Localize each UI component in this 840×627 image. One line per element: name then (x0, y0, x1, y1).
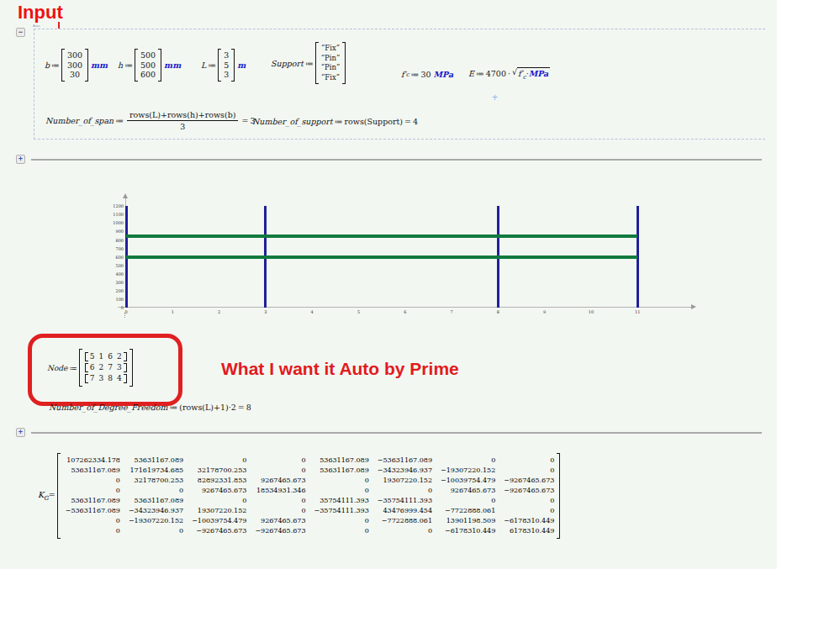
radicand: f′c·MPa (517, 67, 550, 81)
unit-label: MPa (431, 70, 454, 79)
x-tick-label: 11 (629, 309, 646, 314)
assign-operator: ≔ (50, 61, 61, 70)
matrix-cell: 3 (117, 363, 122, 372)
kg-definition[interactable]: KG= 107262334.17853631167.0890053631167.… (38, 453, 560, 539)
assign-operator: ≔ (167, 403, 179, 412)
matrix-row: 009267465.67318534931.346009267465.673−9… (63, 486, 555, 496)
x-axis-arrow-icon (691, 304, 696, 309)
e-definition[interactable]: E≔ 4700· √f′c·MPa (468, 67, 550, 81)
value: 30 (420, 70, 431, 79)
beam-line (126, 256, 637, 259)
matrix-cell: 0 (63, 476, 120, 486)
matrix-row: 300 (67, 61, 82, 71)
matrix-cell: 6178310.449 (495, 526, 554, 536)
area-expand-button-2[interactable]: + (16, 428, 25, 437)
area-collapse-button[interactable]: − (16, 28, 25, 37)
degree-of-freedom-definition[interactable]: Number_of_Degree_Freedom≔ (rows(L)+1)·2 … (49, 403, 251, 412)
number-of-support-definition[interactable]: Number_of_support≔ rows(Support) =4 (252, 117, 418, 126)
matrix-cell: −35754111.393 (306, 506, 369, 516)
matrix-cell: 0 (63, 516, 120, 526)
matrix-cell: 9267465.673 (246, 516, 305, 526)
matrix-cell: 0 (306, 486, 369, 496)
matrix-row: “Fix” (321, 73, 341, 83)
result: 8 (246, 403, 251, 412)
matrix-cell: 53631167.089 (63, 466, 120, 476)
y-tick-label: 1100 (99, 212, 124, 217)
matrix-row: “Fix” (321, 44, 341, 54)
y-tick-label: 600 (99, 255, 124, 260)
matrix-cell: 0 (495, 456, 554, 466)
matrix-cell: 19307220.152 (369, 476, 432, 486)
matrix-cell: −7722888.061 (432, 506, 495, 516)
input-heading: Input (18, 2, 63, 24)
matrix-cell: 53631167.089 (120, 496, 183, 506)
matrix-cell: 0 (183, 496, 246, 506)
matrix-cell: −34323946.937 (120, 506, 183, 516)
matrix-cell: “Fix” (321, 73, 340, 82)
assign-operator: ≔ (206, 61, 218, 70)
matrix-cell: 82892331.853 (183, 476, 246, 486)
h-definition[interactable]: h≔ 500500600 mm (118, 49, 181, 82)
sqrt-expression: √f′c·MPa (512, 67, 550, 81)
denominator: 3 (180, 121, 185, 131)
node-matrix: 516262737384 (79, 349, 133, 387)
fc-definition[interactable]: f′c≔ 30 MPa (401, 70, 453, 79)
matrix-cell: 53631167.089 (306, 456, 369, 466)
fraction: rows(L)+rows(h)+rows(b)3 (127, 110, 238, 131)
matrix-cell: 1 (98, 352, 103, 361)
matrix-cell: 5 (224, 61, 229, 70)
matrix-cell: −9267465.673 (183, 526, 246, 536)
assign-operator: ≔ (123, 61, 135, 70)
area-expand-button-1[interactable]: + (16, 155, 25, 164)
assign-operator: ≔ (114, 116, 125, 125)
matrix-cell: −6178310.449 (432, 526, 495, 536)
b-definition[interactable]: b≔ 30030030 mm (45, 49, 108, 82)
matrix-cell: 500 (140, 50, 156, 60)
support-matrix: “Fix”“Pin”“Pin”“Fix” (315, 42, 346, 84)
matrix-cell: 7 (90, 374, 95, 383)
number-of-span-definition[interactable]: Number_of_span≔ rows(L)+rows(h)+rows(b)3… (45, 110, 255, 131)
matrix-cell: 3 (98, 374, 103, 383)
var-name: Number_of_support (252, 117, 333, 126)
matrix-cell: 0 (246, 466, 305, 476)
matrix-cell: 0 (495, 506, 554, 516)
x-tick-label: 5 (351, 309, 367, 314)
matrix-row: 500 (140, 61, 156, 71)
l-definition[interactable]: L≔ 353 m (201, 49, 246, 82)
assign-operator: ≔ (67, 364, 78, 372)
matrix-row: 30 (67, 70, 82, 80)
annotation-text[interactable]: What I want it Auto by Prime (221, 359, 459, 379)
kg-matrix: 107262334.17853631167.0890053631167.089−… (57, 453, 561, 539)
matrix-cell: −10039754.479 (183, 516, 246, 526)
matrix-row: 7384 (85, 374, 127, 383)
matrix-cell: 19307220.152 (183, 506, 246, 516)
y-tick-label: 100 (99, 297, 124, 302)
var-name: Number_of_span (45, 116, 114, 125)
matrix-cell: −35754111.393 (369, 496, 432, 506)
matrix-cell: 18534931.346 (246, 486, 305, 496)
collapsed-area-divider (31, 159, 762, 161)
matrix-cell: 30 (70, 70, 80, 79)
matrix-row: 5 (224, 61, 229, 71)
matrix-cell: −34323946.937 (369, 466, 432, 476)
matrix-cell: 9267465.673 (183, 486, 246, 496)
var-name: Support (271, 59, 304, 68)
support-definition[interactable]: Support≔ “Fix”“Pin”“Pin”“Fix” (271, 42, 346, 84)
x-tick-label: 10 (583, 309, 600, 314)
h-matrix: 500500600 (135, 49, 161, 82)
matrix-cell: −9267465.673 (246, 526, 305, 536)
node-definition[interactable]: Node≔ 516262737384 (47, 349, 133, 387)
matrix-cell: 0 (246, 506, 305, 516)
unit-label: mm (88, 61, 108, 70)
matrix-row: 53631167.08953631167.0890035754111.393−3… (63, 496, 555, 506)
collapsed-area-divider (31, 432, 762, 434)
matrix-cell: 107262334.178 (63, 456, 120, 466)
var-name: Node (47, 364, 67, 372)
matrix-cell: 300 (67, 61, 82, 70)
matrix-cell: 9267465.673 (246, 476, 305, 486)
y-tick-label: 300 (99, 280, 124, 285)
unit-label: MPa (529, 69, 549, 78)
matrix-cell: 0 (63, 486, 120, 496)
assign-operator: ≔ (474, 69, 486, 78)
matrix-cell: 0 (183, 456, 246, 466)
